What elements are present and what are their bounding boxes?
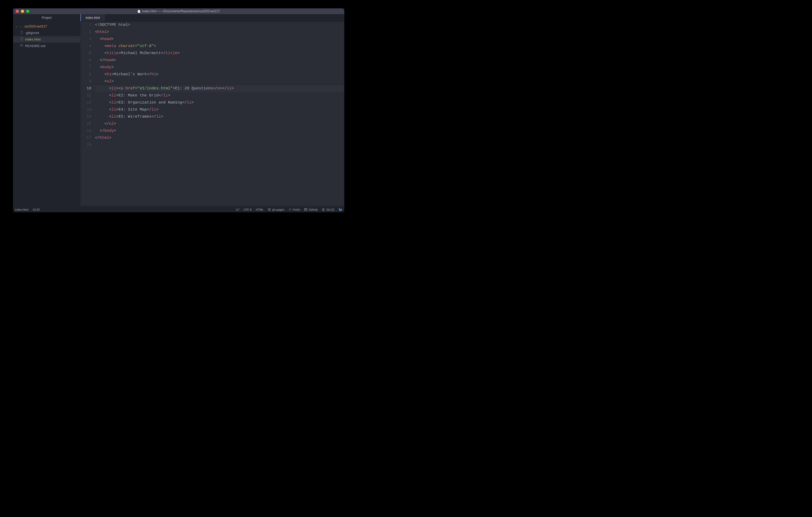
sync-icon <box>289 208 292 211</box>
sidebar-tab-label: Project <box>42 16 52 20</box>
status-encoding[interactable]: UTF-8 <box>243 208 252 211</box>
status-file[interactable]: index.html <box>15 208 28 211</box>
tree-file-label: README.md <box>25 44 45 48</box>
repo-icon <box>19 24 23 28</box>
file-icon <box>20 37 24 41</box>
status-language[interactable]: HTML <box>256 208 264 211</box>
tree-file-label: .gitignore <box>25 31 39 35</box>
window-controls <box>16 10 29 13</box>
gutter: 123456789101112131415161718 <box>80 22 95 207</box>
file-icon <box>20 31 24 35</box>
sidebar: Project ⌄ su2020-avt217 .gitignore <box>13 14 80 207</box>
tree-file-label: index.html <box>25 37 40 41</box>
editor-tabs: index.html <box>80 14 344 22</box>
git-icon <box>322 208 325 211</box>
status-fetch-label: Fetch <box>293 208 300 211</box>
tree-file-index[interactable]: index.html <box>13 36 80 42</box>
status-github-label: GitHub <box>309 208 318 211</box>
status-bar: index.html 10:33 LF UTF-8 HTML gh-pages … <box>13 207 344 212</box>
status-cursor[interactable]: 10:33 <box>32 208 40 211</box>
tree-project-root[interactable]: ⌄ su2020-avt217 <box>13 23 80 30</box>
sidebar-tab-project[interactable]: Project <box>13 14 80 22</box>
status-branch-label: gh-pages <box>272 208 284 211</box>
chevron-down-icon: ⌄ <box>15 25 18 28</box>
close-window-button[interactable] <box>16 10 19 13</box>
status-branch[interactable]: gh-pages <box>268 208 284 211</box>
code-lines[interactable]: <!DOCTYPE html> <html> <head> <meta char… <box>95 22 344 207</box>
window-title: index.html — ~/Documents/Repositories/su… <box>142 9 220 13</box>
github-icon <box>304 208 308 211</box>
status-fetch[interactable]: Fetch <box>289 208 300 211</box>
status-git-label: Git (2) <box>326 208 334 211</box>
minimize-window-button[interactable] <box>21 10 24 13</box>
project-name: su2020-avt217 <box>25 24 47 28</box>
editor-window: 📄 index.html — ~/Documents/Repositories/… <box>13 8 344 212</box>
code-area[interactable]: 123456789101112131415161718 <!DOCTYPE ht… <box>80 22 344 207</box>
file-icon: 📄 <box>137 10 141 13</box>
file-tree: ⌄ su2020-avt217 .gitignore in <box>13 22 80 49</box>
markdown-icon <box>20 44 24 48</box>
squirrel-icon[interactable]: 🐿 <box>339 208 342 212</box>
status-eol[interactable]: LF <box>236 208 239 211</box>
editor-tab-label: index.html <box>86 16 100 20</box>
editor-pane: index.html 123456789101112131415161718 <… <box>80 14 344 207</box>
status-git[interactable]: Git (2) <box>322 208 334 211</box>
titlebar[interactable]: 📄 index.html — ~/Documents/Repositories/… <box>13 8 344 14</box>
tree-file-gitignore[interactable]: .gitignore <box>13 30 80 36</box>
tree-file-readme[interactable]: README.md <box>13 42 80 49</box>
status-github[interactable]: GitHub <box>304 208 318 211</box>
branch-icon <box>268 208 271 211</box>
editor-tab-index[interactable]: index.html <box>80 14 105 21</box>
maximize-window-button[interactable] <box>26 10 29 13</box>
